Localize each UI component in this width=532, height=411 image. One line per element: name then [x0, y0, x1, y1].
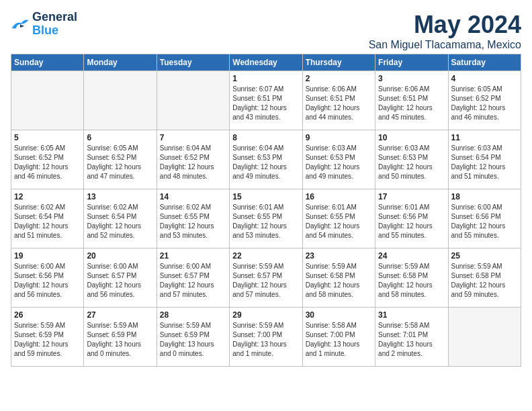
day-number: 30 — [306, 310, 372, 320]
day-number: 10 — [378, 133, 445, 142]
day-header-sunday: Sunday — [11, 54, 84, 71]
calendar-cell: 15Sunrise: 6:01 AMSunset: 6:55 PMDayligh… — [230, 189, 302, 248]
day-header-saturday: Saturday — [448, 54, 521, 71]
day-number: 26 — [14, 310, 81, 320]
calendar-cell: 3Sunrise: 6:06 AMSunset: 6:51 PMDaylight… — [375, 71, 448, 130]
day-header-thursday: Thursday — [302, 54, 375, 71]
day-info: Sunrise: 5:59 AMSunset: 6:58 PMDaylight:… — [378, 262, 445, 300]
day-info: Sunrise: 6:02 AMSunset: 6:54 PMDaylight:… — [87, 203, 153, 240]
week-row-4: 19Sunrise: 6:00 AMSunset: 6:56 PMDayligh… — [11, 248, 521, 308]
calendar-cell — [448, 308, 521, 367]
calendar-cell: 18Sunrise: 6:00 AMSunset: 6:56 PMDayligh… — [448, 189, 521, 248]
week-row-2: 5Sunrise: 6:05 AMSunset: 6:52 PMDaylight… — [11, 130, 521, 189]
day-info: Sunrise: 5:58 AMSunset: 7:00 PMDaylight:… — [306, 321, 372, 359]
day-info: Sunrise: 6:04 AMSunset: 6:53 PMDaylight:… — [232, 144, 299, 181]
day-number: 27 — [87, 310, 153, 320]
calendar-cell: 17Sunrise: 6:01 AMSunset: 6:56 PMDayligh… — [375, 189, 448, 248]
page-header: General Blue May 2024 San Miguel Tlacama… — [11, 11, 521, 51]
day-number: 17 — [378, 192, 445, 201]
day-number: 22 — [232, 251, 299, 261]
day-info: Sunrise: 6:00 AMSunset: 6:56 PMDaylight:… — [14, 262, 81, 300]
logo: General Blue — [11, 11, 77, 38]
day-number: 8 — [232, 133, 299, 142]
day-number: 9 — [306, 133, 372, 142]
calendar-cell: 21Sunrise: 6:00 AMSunset: 6:57 PMDayligh… — [157, 248, 229, 308]
day-info: Sunrise: 5:59 AMSunset: 6:58 PMDaylight:… — [306, 262, 372, 300]
day-number: 29 — [232, 310, 299, 320]
calendar-cell: 9Sunrise: 6:03 AMSunset: 6:53 PMDaylight… — [302, 130, 375, 189]
calendar-cell: 14Sunrise: 6:02 AMSunset: 6:55 PMDayligh… — [157, 189, 229, 248]
logo-text: General Blue — [32, 11, 77, 38]
calendar-cell: 10Sunrise: 6:03 AMSunset: 6:53 PMDayligh… — [375, 130, 448, 189]
day-number: 11 — [451, 133, 518, 142]
calendar-cell: 8Sunrise: 6:04 AMSunset: 6:53 PMDaylight… — [230, 130, 302, 189]
calendar-table: SundayMondayTuesdayWednesdayThursdayFrid… — [11, 54, 521, 367]
month-title: May 2024 — [369, 11, 521, 39]
day-info: Sunrise: 6:06 AMSunset: 6:51 PMDaylight:… — [378, 85, 445, 122]
day-info: Sunrise: 6:01 AMSunset: 6:55 PMDaylight:… — [306, 203, 372, 240]
calendar-cell: 29Sunrise: 5:59 AMSunset: 7:00 PMDayligh… — [230, 308, 302, 367]
day-info: Sunrise: 5:59 AMSunset: 6:58 PMDaylight:… — [451, 262, 518, 300]
day-info: Sunrise: 6:02 AMSunset: 6:55 PMDaylight:… — [160, 203, 226, 240]
calendar-cell: 25Sunrise: 5:59 AMSunset: 6:58 PMDayligh… — [448, 248, 521, 308]
calendar-cell: 11Sunrise: 6:03 AMSunset: 6:54 PMDayligh… — [448, 130, 521, 189]
calendar-body: 1Sunrise: 6:07 AMSunset: 6:51 PMDaylight… — [11, 71, 521, 367]
logo-bird-icon — [11, 17, 30, 32]
week-row-1: 1Sunrise: 6:07 AMSunset: 6:51 PMDaylight… — [11, 71, 521, 130]
day-info: Sunrise: 6:03 AMSunset: 6:54 PMDaylight:… — [451, 144, 518, 181]
day-info: Sunrise: 5:59 AMSunset: 6:57 PMDaylight:… — [232, 262, 299, 300]
day-number: 13 — [87, 192, 153, 201]
day-number: 3 — [378, 74, 445, 83]
week-row-3: 12Sunrise: 6:02 AMSunset: 6:54 PMDayligh… — [11, 189, 521, 248]
calendar-cell: 20Sunrise: 6:00 AMSunset: 6:57 PMDayligh… — [84, 248, 157, 308]
day-info: Sunrise: 6:03 AMSunset: 6:53 PMDaylight:… — [378, 144, 445, 181]
title-block: May 2024 San Miguel Tlacamama, Mexico — [369, 11, 521, 51]
calendar-cell: 26Sunrise: 5:59 AMSunset: 6:59 PMDayligh… — [11, 308, 84, 367]
day-info: Sunrise: 6:01 AMSunset: 6:55 PMDaylight:… — [232, 203, 299, 240]
calendar-cell: 27Sunrise: 5:59 AMSunset: 6:59 PMDayligh… — [84, 308, 157, 367]
week-row-5: 26Sunrise: 5:59 AMSunset: 6:59 PMDayligh… — [11, 308, 521, 367]
calendar-cell: 13Sunrise: 6:02 AMSunset: 6:54 PMDayligh… — [84, 189, 157, 248]
calendar-header-row: SundayMondayTuesdayWednesdayThursdayFrid… — [11, 54, 521, 71]
calendar-cell: 12Sunrise: 6:02 AMSunset: 6:54 PMDayligh… — [11, 189, 84, 248]
calendar-cell: 2Sunrise: 6:06 AMSunset: 6:51 PMDaylight… — [302, 71, 375, 130]
day-number: 2 — [306, 74, 372, 83]
day-number: 5 — [14, 133, 81, 142]
calendar-cell: 1Sunrise: 6:07 AMSunset: 6:51 PMDaylight… — [230, 71, 302, 130]
calendar-cell: 6Sunrise: 6:05 AMSunset: 6:52 PMDaylight… — [84, 130, 157, 189]
calendar-cell: 24Sunrise: 5:59 AMSunset: 6:58 PMDayligh… — [375, 248, 448, 308]
calendar-cell — [84, 71, 157, 130]
calendar-cell — [157, 71, 229, 130]
day-number: 14 — [160, 192, 226, 201]
calendar-cell: 30Sunrise: 5:58 AMSunset: 7:00 PMDayligh… — [302, 308, 375, 367]
day-header-friday: Friday — [375, 54, 448, 71]
calendar-cell: 4Sunrise: 6:05 AMSunset: 6:52 PMDaylight… — [448, 71, 521, 130]
day-number: 19 — [14, 251, 81, 261]
day-number: 21 — [160, 251, 226, 261]
day-number: 23 — [306, 251, 372, 261]
calendar-cell: 31Sunrise: 5:58 AMSunset: 7:01 PMDayligh… — [375, 308, 448, 367]
day-info: Sunrise: 6:03 AMSunset: 6:53 PMDaylight:… — [306, 144, 372, 181]
day-info: Sunrise: 6:05 AMSunset: 6:52 PMDaylight:… — [451, 85, 518, 122]
day-info: Sunrise: 6:05 AMSunset: 6:52 PMDaylight:… — [87, 144, 153, 181]
day-info: Sunrise: 6:01 AMSunset: 6:56 PMDaylight:… — [378, 203, 445, 240]
day-number: 24 — [378, 251, 445, 261]
day-info: Sunrise: 5:59 AMSunset: 7:00 PMDaylight:… — [232, 321, 299, 359]
day-info: Sunrise: 6:04 AMSunset: 6:52 PMDaylight:… — [160, 144, 226, 181]
location-subtitle: San Miguel Tlacamama, Mexico — [369, 39, 521, 51]
day-info: Sunrise: 6:00 AMSunset: 6:57 PMDaylight:… — [87, 262, 153, 300]
day-number: 31 — [378, 310, 445, 320]
calendar-cell: 16Sunrise: 6:01 AMSunset: 6:55 PMDayligh… — [302, 189, 375, 248]
calendar-cell — [11, 71, 84, 130]
day-number: 15 — [232, 192, 299, 201]
calendar-cell: 28Sunrise: 5:59 AMSunset: 6:59 PMDayligh… — [157, 308, 229, 367]
calendar-cell: 19Sunrise: 6:00 AMSunset: 6:56 PMDayligh… — [11, 248, 84, 308]
day-info: Sunrise: 5:58 AMSunset: 7:01 PMDaylight:… — [378, 321, 445, 359]
day-number: 4 — [451, 74, 518, 83]
calendar-cell: 23Sunrise: 5:59 AMSunset: 6:58 PMDayligh… — [302, 248, 375, 308]
day-info: Sunrise: 6:00 AMSunset: 6:56 PMDaylight:… — [451, 203, 518, 240]
calendar-cell: 5Sunrise: 6:05 AMSunset: 6:52 PMDaylight… — [11, 130, 84, 189]
day-header-monday: Monday — [84, 54, 157, 71]
day-info: Sunrise: 5:59 AMSunset: 6:59 PMDaylight:… — [160, 321, 226, 359]
day-info: Sunrise: 6:00 AMSunset: 6:57 PMDaylight:… — [160, 262, 226, 300]
